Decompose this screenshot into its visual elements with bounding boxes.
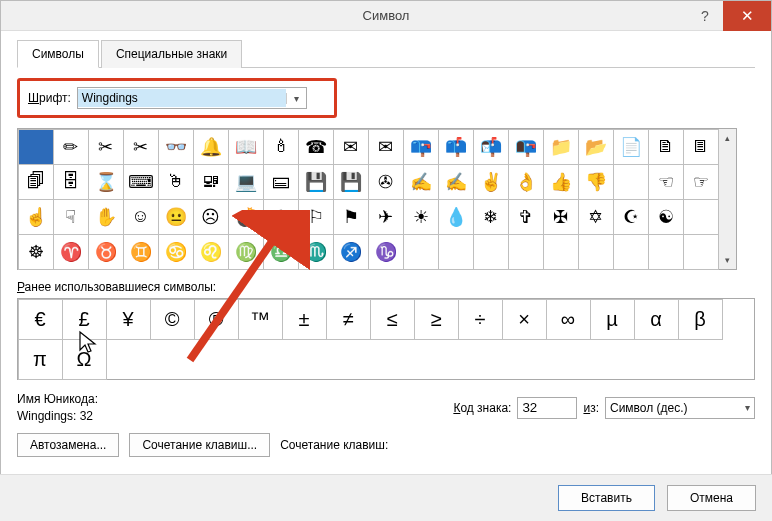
symbol-cell[interactable]: ♊ xyxy=(123,234,159,270)
symbol-cell[interactable] xyxy=(613,164,649,200)
symbol-cell[interactable]: ✇ xyxy=(368,164,404,200)
recent-cell[interactable]: β xyxy=(678,299,723,340)
symbol-cell[interactable]: 💻 xyxy=(228,164,264,200)
recent-cell[interactable]: ÷ xyxy=(458,299,503,340)
symbol-cell[interactable]: ☸ xyxy=(18,234,54,270)
symbol-cell[interactable]: ☞ xyxy=(683,164,719,200)
symbol-cell[interactable]: 💾 xyxy=(333,164,369,200)
symbol-cell[interactable]: 📖 xyxy=(228,129,264,165)
scroll-up-icon[interactable]: ▴ xyxy=(719,129,736,147)
recent-cell[interactable]: ≤ xyxy=(370,299,415,340)
symbol-cell[interactable]: ✂ xyxy=(123,129,159,165)
scrollbar[interactable]: ▴ ▾ xyxy=(719,128,737,270)
symbol-cell[interactable]: ♍ xyxy=(228,234,264,270)
symbol-cell[interactable]: ♐ xyxy=(333,234,369,270)
symbol-cell[interactable] xyxy=(403,234,439,270)
help-button[interactable]: ? xyxy=(687,1,723,31)
recent-cell[interactable]: ∞ xyxy=(546,299,591,340)
recent-cell[interactable]: ≠ xyxy=(326,299,371,340)
insert-button[interactable]: Вставить xyxy=(558,485,655,511)
symbol-cell[interactable]: 🕯 xyxy=(263,129,299,165)
recent-cell[interactable]: × xyxy=(502,299,547,340)
symbol-cell[interactable] xyxy=(683,199,719,235)
symbol-cell[interactable]: 🖰 xyxy=(158,164,194,200)
symbol-cell[interactable]: ✉ xyxy=(368,129,404,165)
symbol-cell[interactable]: 🗏 xyxy=(683,129,719,165)
symbol-cell[interactable]: 🖴 xyxy=(263,164,299,200)
recent-cell[interactable]: µ xyxy=(590,299,635,340)
recent-cell[interactable]: © xyxy=(150,299,195,340)
symbol-cell[interactable]: 👎 xyxy=(578,164,614,200)
symbol-cell[interactable]: ☺ xyxy=(123,199,159,235)
shortcut-button[interactable]: Сочетание клавиш... xyxy=(129,433,270,457)
symbol-cell[interactable]: ♉ xyxy=(88,234,124,270)
symbol-cell[interactable]: 📂 xyxy=(578,129,614,165)
code-input[interactable] xyxy=(517,397,577,419)
recent-cell[interactable]: π xyxy=(18,339,63,380)
cancel-button[interactable]: Отмена xyxy=(667,485,756,511)
symbol-cell[interactable]: 🔔 xyxy=(193,129,229,165)
recent-cell[interactable]: Ω xyxy=(62,339,107,380)
symbol-cell[interactable]: 📭 xyxy=(508,129,544,165)
symbol-cell[interactable]: ☹ xyxy=(193,199,229,235)
recent-cell[interactable]: € xyxy=(18,299,63,340)
symbol-cell[interactable]: 😐 xyxy=(158,199,194,235)
recent-cell[interactable]: ® xyxy=(194,299,239,340)
symbol-cell[interactable]: ✠ xyxy=(543,199,579,235)
symbol-cell[interactable]: ✂ xyxy=(88,129,124,165)
symbol-cell[interactable] xyxy=(578,234,614,270)
from-select[interactable]: Символ (дес.) ▾ xyxy=(605,397,755,419)
symbol-cell[interactable]: 📄 xyxy=(613,129,649,165)
recent-cell[interactable]: α xyxy=(634,299,679,340)
symbol-cell[interactable] xyxy=(473,234,509,270)
symbol-cell[interactable]: ☪ xyxy=(613,199,649,235)
symbol-cell[interactable]: ✍ xyxy=(438,164,474,200)
symbol-cell[interactable]: 🗄 xyxy=(53,164,89,200)
scroll-down-icon[interactable]: ▾ xyxy=(719,251,736,269)
symbol-cell[interactable]: ☜ xyxy=(648,164,684,200)
recent-cell[interactable]: ≥ xyxy=(414,299,459,340)
symbol-cell[interactable]: 👓 xyxy=(158,129,194,165)
symbol-cell[interactable]: ✡ xyxy=(578,199,614,235)
symbol-cell[interactable]: 💾 xyxy=(298,164,334,200)
font-select[interactable]: Wingdings ▾ xyxy=(77,87,307,109)
symbol-cell[interactable]: ☀ xyxy=(403,199,439,235)
symbol-cell[interactable]: 👌 xyxy=(508,164,544,200)
symbol-cell[interactable]: ☯ xyxy=(648,199,684,235)
symbol-cell[interactable] xyxy=(438,234,474,270)
scroll-track[interactable] xyxy=(719,147,736,251)
symbol-cell[interactable]: ☝ xyxy=(18,199,54,235)
symbol-cell[interactable]: ✏ xyxy=(53,129,89,165)
symbol-cell[interactable]: 📬 xyxy=(473,129,509,165)
symbol-cell[interactable]: ♑ xyxy=(368,234,404,270)
symbol-cell[interactable]: ☎ xyxy=(298,129,334,165)
symbol-cell[interactable]: 📫 xyxy=(438,129,474,165)
symbol-cell[interactable]: ✉ xyxy=(333,129,369,165)
symbol-cell[interactable] xyxy=(18,129,54,165)
symbol-cell[interactable]: ⌛ xyxy=(88,164,124,200)
symbol-cell[interactable]: ✞ xyxy=(508,199,544,235)
symbol-cell[interactable]: 💧 xyxy=(438,199,474,235)
symbol-cell[interactable]: ✍ xyxy=(403,164,439,200)
symbol-cell[interactable] xyxy=(508,234,544,270)
symbol-cell[interactable]: ✈ xyxy=(368,199,404,235)
recent-cell[interactable]: £ xyxy=(62,299,107,340)
symbol-cell[interactable]: ♏ xyxy=(298,234,334,270)
symbol-cell[interactable] xyxy=(613,234,649,270)
symbol-cell[interactable]: ♋ xyxy=(158,234,194,270)
symbol-cell[interactable] xyxy=(543,234,579,270)
symbol-cell[interactable]: 🗎 xyxy=(648,129,684,165)
tab-special[interactable]: Специальные знаки xyxy=(101,40,242,68)
symbol-cell[interactable]: ✋ xyxy=(88,199,124,235)
symbol-cell[interactable] xyxy=(683,234,719,270)
symbol-cell[interactable]: 📁 xyxy=(543,129,579,165)
symbol-cell[interactable]: ☠ xyxy=(263,199,299,235)
symbol-cell[interactable]: 💣 xyxy=(228,199,264,235)
autocorrect-button[interactable]: Автозамена... xyxy=(17,433,119,457)
symbol-cell[interactable]: 👍 xyxy=(543,164,579,200)
symbol-cell[interactable]: 📪 xyxy=(403,129,439,165)
recent-cell[interactable]: ™ xyxy=(238,299,283,340)
close-button[interactable]: ✕ xyxy=(723,1,771,31)
symbol-cell[interactable]: ⌨ xyxy=(123,164,159,200)
symbol-cell[interactable]: ♌ xyxy=(193,234,229,270)
